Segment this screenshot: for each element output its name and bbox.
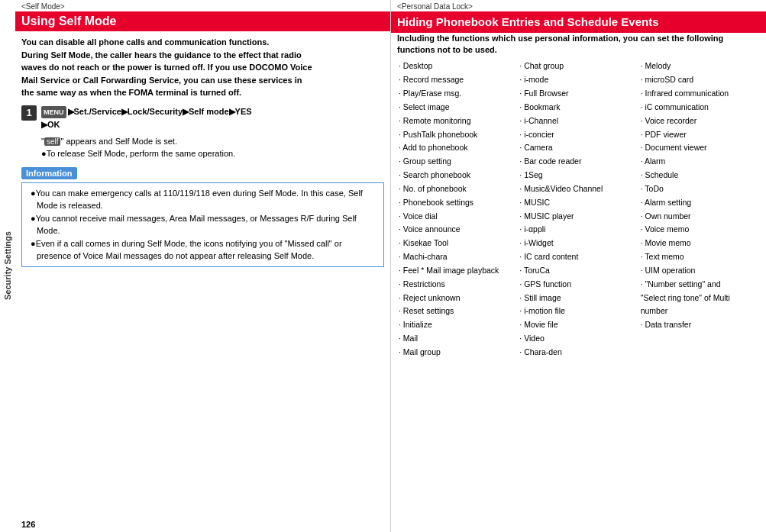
feature-item: · Video — [518, 332, 638, 346]
feature-item: · Feel * Mail image playback — [397, 264, 518, 278]
feature-item: · Select image — [397, 101, 518, 114]
feature-item: · Chat group — [518, 60, 638, 73]
feature-item: · Reset settings — [397, 305, 518, 318]
feature-item: · Bookmark — [518, 101, 638, 114]
feature-item: · Mail — [397, 332, 518, 346]
feature-item: · GPS function — [518, 278, 638, 292]
feature-item: · i-αppli — [518, 223, 638, 237]
feature-item — [639, 346, 760, 360]
feature-item: · Add to phonebook — [397, 141, 518, 155]
feature-item: "Select ring tone" of Multi — [639, 292, 760, 305]
self-note2: ●To release Self Mode, perform the same … — [41, 149, 384, 158]
menu-icon: MENU — [41, 106, 66, 118]
feature-item: · MUSIC — [518, 196, 638, 210]
feature-item: · PDF viewer — [639, 128, 760, 142]
left-content: You can disable all phone calls and comm… — [15, 31, 390, 517]
feature-item: · Voice dial — [397, 210, 518, 224]
feature-item: · Remote monitoring — [397, 114, 518, 128]
self-note1: "self" appears and Self Mode is set. — [41, 137, 384, 146]
left-section-header: Using Self Mode — [15, 11, 390, 31]
feature-item: · No. of phonebook — [397, 182, 518, 196]
feature-item: · Document viewer — [639, 141, 760, 155]
feature-item: · ToruCa — [518, 264, 638, 278]
side-label: Security Settings — [0, 0, 15, 532]
feature-item: · Infrared communication — [639, 87, 760, 101]
feature-item: · Search phonebook — [397, 169, 518, 182]
feature-item: · i-mode — [518, 73, 638, 87]
feature-item: · microSD card — [639, 73, 760, 87]
feature-item: · iC communication — [639, 101, 760, 114]
step-content: MENU▶Set./Service▶Lock/Security▶Self mod… — [41, 105, 252, 132]
feature-item: · Schedule — [639, 169, 760, 182]
feature-item: · Camera — [518, 141, 638, 155]
feature-item: · Voice announce — [397, 223, 518, 237]
left-section-tag: <Self Mode> — [15, 0, 390, 11]
left-intro: You can disable all phone calls and comm… — [21, 36, 384, 99]
features-grid: · Desktop· Chat group· Melody· Record me… — [391, 60, 766, 360]
feature-item: · Reject unknown — [397, 292, 518, 305]
left-panel: <Self Mode> Using Self Mode You can disa… — [15, 0, 391, 532]
feature-item: · Group setting — [397, 155, 518, 169]
feature-item: · Movie memo — [639, 237, 760, 250]
feature-item: · 1Seg — [518, 169, 638, 182]
info-item-1: ●You cannot receive mail messages, Area … — [27, 212, 378, 237]
right-intro: Including the functions which use person… — [391, 33, 766, 56]
right-section-tag: <Personal Data Lock> — [391, 0, 766, 11]
feature-item: · UIM operation — [639, 264, 760, 278]
feature-item: · Desktop — [397, 60, 518, 73]
feature-item: · Still image — [518, 292, 638, 305]
feature-item: · Restrictions — [397, 278, 518, 292]
info-label: Information — [21, 167, 77, 179]
feature-item: · Play/Erase msg. — [397, 87, 518, 101]
feature-item: · MUSIC player — [518, 210, 638, 224]
feature-item: · Full Browser — [518, 87, 638, 101]
feature-item: · ToDo — [639, 182, 760, 196]
feature-item: · Kisekae Tool — [397, 237, 518, 250]
feature-item: · i-Widget — [518, 237, 638, 250]
feature-item: · PushTalk phonebook — [397, 128, 518, 142]
info-item-2: ●Even if a call comes in during Self Mod… — [27, 237, 378, 263]
feature-item: · Music&Video Channel — [518, 182, 638, 196]
feature-item: · Melody — [639, 60, 760, 73]
feature-item: · Phonebook settings — [397, 196, 518, 210]
feature-item: · Movie file — [518, 318, 638, 332]
feature-item: · i-Channel — [518, 114, 638, 128]
feature-item: · Mail group — [397, 346, 518, 360]
step-number: 1 — [21, 105, 37, 121]
feature-item: · Record message — [397, 73, 518, 87]
right-panel: <Personal Data Lock> Hiding Phonebook En… — [391, 0, 766, 532]
feature-item: · Bar code reader — [518, 155, 638, 169]
feature-item: · Initialize — [397, 318, 518, 332]
feature-item: · Machi-chara — [397, 250, 518, 264]
feature-item — [639, 332, 760, 346]
feature-item: · Voice memo — [639, 223, 760, 237]
step-1-container: 1 MENU▶Set./Service▶Lock/Security▶Self m… — [21, 105, 384, 132]
feature-item: · Alarm setting — [639, 196, 760, 210]
feature-item: · Chara-den — [518, 346, 638, 360]
feature-item: · i-concier — [518, 128, 638, 142]
feature-item: · Data transfer — [639, 318, 760, 332]
feature-item: · Own number — [639, 210, 760, 224]
step-path: ▶Set./Service▶Lock/Security▶Self mode▶YE… — [41, 107, 252, 130]
info-content: ●You can make emergency calls at 110/119… — [21, 182, 384, 267]
self-box: self — [44, 137, 61, 146]
info-item-0: ●You can make emergency calls at 110/119… — [27, 187, 378, 212]
feature-item: · Alarm — [639, 155, 760, 169]
feature-item: · "Number setting" and — [639, 278, 760, 292]
feature-item: · i-motion file — [518, 305, 638, 318]
feature-item: · Text memo — [639, 250, 760, 264]
right-section-header: Hiding Phonebook Entries and Schedule Ev… — [391, 11, 766, 33]
feature-item: number — [639, 305, 760, 318]
page-number: 126 — [15, 517, 390, 532]
feature-item: · Voice recorder — [639, 114, 760, 128]
feature-item: · IC card content — [518, 250, 638, 264]
